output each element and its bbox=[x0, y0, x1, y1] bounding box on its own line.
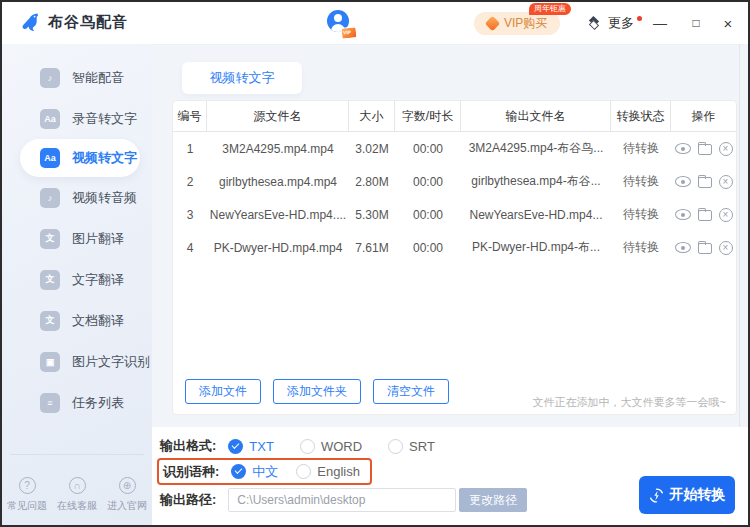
start-convert-button[interactable]: 开始转换 bbox=[639, 476, 735, 514]
cell-duration: 00:00 bbox=[395, 241, 461, 255]
output-format-options: TXTWORDSRT bbox=[228, 439, 435, 454]
vip-purchase-label: VIP购买 bbox=[504, 15, 547, 32]
table-header-cell: 字数/时长 bbox=[395, 101, 461, 131]
maximize-button[interactable]: □ bbox=[683, 10, 709, 36]
mic-chat-icon: ♪ bbox=[40, 68, 60, 88]
sidebar-item-image-ocr[interactable]: ▣图片文字识别 bbox=[2, 341, 152, 382]
text-translate-icon: 文 bbox=[40, 270, 60, 290]
layers-icon bbox=[587, 16, 602, 31]
cell-size: 2.80M bbox=[349, 175, 395, 189]
preview-icon[interactable] bbox=[675, 143, 691, 154]
logo-bird-icon bbox=[16, 10, 42, 36]
titlebar: 布谷鸟配音 周年钜惠 VIP购买 更多 — □ × bbox=[2, 2, 748, 45]
sidebar: ♪智能配音Aa录音转文字Aa视频转文字♪视频转音频文图片翻译文文字翻译文文档翻译… bbox=[2, 44, 152, 525]
close-button[interactable]: × bbox=[715, 10, 741, 36]
cell-size: 5.30M bbox=[349, 208, 395, 222]
open-folder-icon[interactable] bbox=[698, 144, 712, 155]
format-option-label: SRT bbox=[409, 439, 435, 454]
sidebar-item-image-translate[interactable]: 文图片翻译 bbox=[2, 218, 152, 259]
sidebar-nav: ♪智能配音Aa录音转文字Aa视频转文字♪视频转音频文图片翻译文文字翻译文文档翻译… bbox=[2, 57, 152, 423]
language-option-label: English bbox=[317, 464, 360, 479]
sidebar-item-video-to-text[interactable]: Aa视频转文字 bbox=[20, 139, 140, 177]
doc-translate-icon: 文 bbox=[40, 311, 60, 331]
more-label: 更多 bbox=[608, 14, 634, 32]
task-list-icon: ≡ bbox=[40, 393, 60, 413]
delete-icon[interactable] bbox=[719, 241, 733, 255]
preview-icon[interactable] bbox=[675, 209, 691, 220]
radio-checked-icon bbox=[231, 464, 246, 479]
cell-status: 待转换 bbox=[611, 173, 671, 190]
cell-number: 2 bbox=[173, 175, 207, 189]
delete-icon[interactable] bbox=[719, 175, 733, 189]
cell-actions bbox=[671, 208, 736, 222]
vip-purchase-button[interactable]: VIP购买 bbox=[474, 12, 560, 35]
output-path-input[interactable] bbox=[228, 488, 456, 512]
format-option-word[interactable]: WORD bbox=[300, 439, 362, 454]
language-options: 中文English bbox=[231, 463, 360, 481]
clear-files-button[interactable]: 清空文件 bbox=[373, 379, 449, 404]
table-header-row: 编号源文件名大小字数/时长输出文件名转换状态操作 bbox=[173, 101, 736, 132]
language-row-highlight: 识别语种: 中文English bbox=[157, 458, 372, 485]
cell-output-name: NewYearsEve-HD.mp4... bbox=[461, 208, 611, 222]
format-option-txt[interactable]: TXT bbox=[228, 439, 274, 454]
footer-item-official-site[interactable]: ⊕进入官网 bbox=[107, 477, 147, 513]
cell-duration: 00:00 bbox=[395, 142, 461, 156]
start-convert-label: 开始转换 bbox=[670, 486, 726, 504]
table-row: 4PK-Dwyer-HD.mp4.mp47.61M00:00PK-Dwyer-H… bbox=[173, 231, 736, 264]
footer-item-online-service[interactable]: ∩在线客服 bbox=[57, 477, 97, 513]
footer-item-label: 在线客服 bbox=[57, 499, 97, 513]
sidebar-item-label: 图片文字识别 bbox=[72, 353, 150, 371]
sidebar-item-video-to-audio[interactable]: ♪视频转音频 bbox=[2, 177, 152, 218]
more-menu-button[interactable]: 更多 bbox=[581, 11, 648, 35]
footer-item-faq[interactable]: ?常见问题 bbox=[7, 477, 47, 513]
cell-status: 待转换 bbox=[611, 140, 671, 157]
sidebar-divider bbox=[10, 454, 144, 455]
sidebar-item-label: 智能配音 bbox=[72, 69, 124, 87]
table-body: 13M2A4295.mp4.mp43.02M00:003M2A4295.mp4-… bbox=[173, 132, 736, 264]
cell-status: 待转换 bbox=[611, 206, 671, 223]
table-row: 13M2A4295.mp4.mp43.02M00:003M2A4295.mp4-… bbox=[173, 132, 736, 165]
sidebar-item-label: 文字翻译 bbox=[72, 271, 124, 289]
audio-to-text-icon: Aa bbox=[40, 109, 60, 129]
sidebar-item-audio-to-text[interactable]: Aa录音转文字 bbox=[2, 98, 152, 139]
output-path-row: 输出路径: 更改路径 bbox=[160, 487, 527, 513]
file-table-card: 编号源文件名大小字数/时长输出文件名转换状态操作 13M2A4295.mp4.m… bbox=[172, 100, 737, 415]
change-path-button[interactable]: 更改路径 bbox=[459, 488, 527, 512]
add-folder-button[interactable]: 添加文件夹 bbox=[273, 379, 361, 404]
settings-panel: 输出格式: TXTWORDSRT 识别语种: 中文English 输出路径: 更… bbox=[152, 427, 748, 525]
convert-bolt-icon bbox=[649, 488, 664, 503]
app-title: 布谷鸟配音 bbox=[48, 13, 128, 32]
cell-output-name: girlbythesea.mp4-布谷... bbox=[461, 173, 611, 190]
preview-icon[interactable] bbox=[675, 242, 691, 253]
image-translate-icon: 文 bbox=[40, 229, 60, 249]
cell-actions bbox=[671, 175, 736, 189]
sidebar-item-label: 文档翻译 bbox=[72, 312, 124, 330]
vip-gem-icon bbox=[485, 16, 501, 32]
open-folder-icon[interactable] bbox=[698, 210, 712, 221]
sidebar-item-text-translate[interactable]: 文文字翻译 bbox=[2, 259, 152, 300]
file-buttons-group: 添加文件添加文件夹清空文件 bbox=[185, 379, 449, 404]
radio-unchecked-icon bbox=[388, 439, 403, 454]
add-file-button[interactable]: 添加文件 bbox=[185, 379, 261, 404]
cell-size: 3.02M bbox=[349, 142, 395, 156]
sidebar-item-doc-translate[interactable]: 文文档翻译 bbox=[2, 300, 152, 341]
format-option-label: TXT bbox=[249, 439, 274, 454]
user-avatar[interactable] bbox=[327, 10, 355, 36]
minimize-button[interactable]: — bbox=[647, 10, 673, 36]
format-option-srt[interactable]: SRT bbox=[388, 439, 435, 454]
delete-icon[interactable] bbox=[719, 208, 733, 222]
open-folder-icon[interactable] bbox=[698, 243, 712, 254]
sidebar-item-label: 录音转文字 bbox=[72, 110, 137, 128]
language-option-中文[interactable]: 中文 bbox=[231, 463, 278, 481]
language-option-english[interactable]: English bbox=[296, 464, 360, 479]
open-folder-icon[interactable] bbox=[698, 177, 712, 188]
preview-icon[interactable] bbox=[675, 176, 691, 187]
delete-icon[interactable] bbox=[719, 142, 733, 156]
table-header-cell: 大小 bbox=[349, 101, 395, 131]
notification-dot bbox=[637, 16, 642, 21]
sidebar-item-smart-dubbing[interactable]: ♪智能配音 bbox=[2, 57, 152, 98]
sidebar-item-task-list[interactable]: ≡任务列表 bbox=[2, 382, 152, 423]
video-to-text-icon: Aa bbox=[40, 148, 60, 168]
table-header-cell: 输出文件名 bbox=[461, 101, 611, 131]
tab-video-to-text[interactable]: 视频转文字 bbox=[182, 62, 302, 94]
